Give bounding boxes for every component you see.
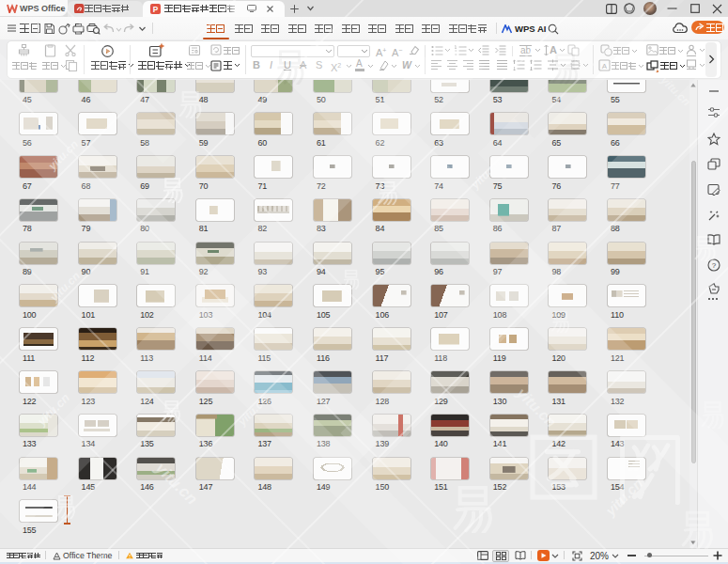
svg-text:A: A [602, 62, 608, 70]
svg-text:P: P [153, 5, 159, 13]
svg-text:?: ? [712, 261, 717, 270]
